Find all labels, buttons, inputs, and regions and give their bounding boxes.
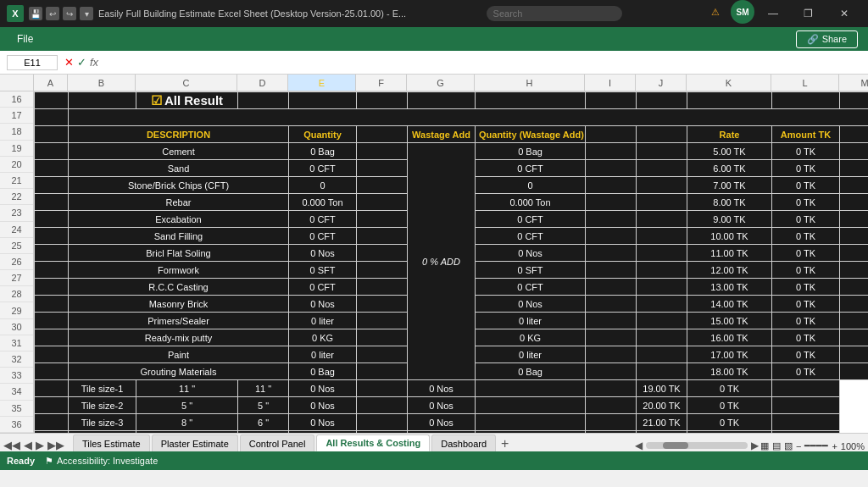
cell-29-m[interactable] xyxy=(840,313,869,329)
cell-33-j[interactable] xyxy=(586,380,637,397)
cell-19-a[interactable] xyxy=(35,143,69,160)
cell-28-a[interactable] xyxy=(35,296,69,313)
cell-16-b[interactable] xyxy=(69,92,136,109)
tab-tiles-estimate[interactable]: Tiles Estimate xyxy=(73,434,150,451)
cell-16-d[interactable] xyxy=(238,92,289,109)
cell-21-i[interactable] xyxy=(586,177,637,194)
desc-tile4[interactable]: Tile size-4 xyxy=(69,431,136,434)
tile2-size1[interactable]: 5 " xyxy=(136,397,238,414)
row-num-27[interactable]: 27 xyxy=(0,270,33,286)
qty-rebar[interactable]: 0.000 Ton xyxy=(289,194,357,211)
qty-w-tile4[interactable]: 0 Nos xyxy=(408,431,476,434)
cell-16-e[interactable] xyxy=(289,92,357,109)
cell-34-m[interactable] xyxy=(772,397,840,414)
cell-19-m[interactable] xyxy=(840,143,869,160)
qty-tile1[interactable]: 0 Nos xyxy=(289,380,357,397)
tile3-size1[interactable]: 8 " xyxy=(136,414,238,431)
cell-30-a[interactable] xyxy=(35,329,69,346)
desc-masonry-brick[interactable]: Masonry Brick xyxy=(69,296,289,313)
cell-reference-input[interactable] xyxy=(7,55,58,70)
cell-17-a[interactable] xyxy=(35,109,69,126)
cell-28-f[interactable] xyxy=(357,296,408,313)
confirm-formula-icon[interactable]: ✓ xyxy=(77,56,86,69)
cell-35-i[interactable] xyxy=(476,414,586,431)
qty-formwork[interactable]: 0 SFT xyxy=(289,262,357,279)
amount-rcc-casting[interactable]: 0 TK xyxy=(772,279,840,296)
rate-grouting[interactable]: 18.00 TK xyxy=(687,363,772,380)
cell-22-j[interactable] xyxy=(637,194,687,211)
cell-33-i[interactable] xyxy=(476,380,586,397)
cell-29-a[interactable] xyxy=(35,313,69,329)
qty-tile2[interactable]: 0 Nos xyxy=(289,397,357,414)
scroll-right-icon[interactable]: ▶ xyxy=(751,440,759,451)
cell-34-a[interactable] xyxy=(35,397,69,414)
cell-26-i[interactable] xyxy=(586,262,637,279)
cell-27-f[interactable] xyxy=(357,279,408,296)
qty-w-masonry-brick[interactable]: 0 Nos xyxy=(476,296,586,313)
cell-35-f[interactable] xyxy=(357,414,408,431)
cell-23-f[interactable] xyxy=(357,211,408,228)
minimize-button[interactable]: — xyxy=(756,0,790,27)
qty-w-rebar[interactable]: 0.000 Ton xyxy=(476,194,586,211)
scrollbar-thumb[interactable] xyxy=(663,442,688,449)
amount-sand[interactable]: 0 TK xyxy=(772,160,840,177)
tab-back-icon[interactable]: ◀ xyxy=(24,439,32,451)
cell-16-f[interactable] xyxy=(357,92,408,109)
rate-ready-mix[interactable]: 16.00 TK xyxy=(687,329,772,346)
qty-w-rcc-casting[interactable]: 0 CFT xyxy=(476,279,586,296)
cell-17-rest[interactable] xyxy=(69,109,869,126)
col-header-e[interactable]: E xyxy=(288,75,356,91)
cell-21-j[interactable] xyxy=(637,177,687,194)
col-header-quantity[interactable]: Quantity xyxy=(289,126,357,143)
cell-16-m[interactable] xyxy=(840,92,869,109)
view-normal-icon[interactable]: ▦ xyxy=(760,440,769,451)
rate-tile1[interactable]: 19.00 TK xyxy=(637,380,687,397)
col-header-m[interactable]: M xyxy=(839,75,868,91)
cell-23-j[interactable] xyxy=(637,211,687,228)
cell-25-a[interactable] xyxy=(35,245,69,262)
amount-bricl-flat[interactable]: 0 TK xyxy=(772,245,840,262)
tab-dashboard[interactable]: Dashboard xyxy=(431,434,496,451)
qty-sand[interactable]: 0 CFT xyxy=(289,160,357,177)
row-num-19[interactable]: 19 xyxy=(0,141,33,157)
cell-36-f[interactable] xyxy=(357,431,408,434)
row-num-24[interactable]: 24 xyxy=(0,222,33,238)
cell-27-j[interactable] xyxy=(637,279,687,296)
cell-25-i[interactable] xyxy=(586,245,637,262)
rate-rebar[interactable]: 8.00 TK xyxy=(687,194,772,211)
row-num-25[interactable]: 25 xyxy=(0,238,33,254)
qty-w-tile3[interactable]: 0 Nos xyxy=(408,414,476,431)
cell-23-i[interactable] xyxy=(586,211,637,228)
desc-bricl-flat[interactable]: Bricl Flat Soling xyxy=(69,245,289,262)
row-num-28[interactable]: 28 xyxy=(0,286,33,302)
cell-16-a[interactable] xyxy=(35,92,69,109)
qty-w-sand[interactable]: 0 CFT xyxy=(476,160,586,177)
desc-sand-filling[interactable]: Sand Filling xyxy=(69,228,289,245)
cell-29-i[interactable] xyxy=(586,313,637,329)
cell-20-i[interactable] xyxy=(586,160,637,177)
col-header-wastage[interactable]: Wastage Add xyxy=(408,126,476,143)
qty-masonry-brick[interactable]: 0 Nos xyxy=(289,296,357,313)
col-header-i[interactable]: I xyxy=(585,75,636,91)
qty-w-tile2[interactable]: 0 Nos xyxy=(408,397,476,414)
tile1-size2[interactable]: 11 " xyxy=(238,380,289,397)
cell-27-i[interactable] xyxy=(586,279,637,296)
amount-masonry-brick[interactable]: 0 TK xyxy=(772,296,840,313)
desc-rcc-casting[interactable]: R.C.C Casting xyxy=(69,279,289,296)
cell-32-j[interactable] xyxy=(637,363,687,380)
rate-bricl-flat[interactable]: 11.00 TK xyxy=(687,245,772,262)
amount-cement[interactable]: 0 TK xyxy=(772,143,840,160)
qty-tile3[interactable]: 0 Nos xyxy=(289,414,357,431)
cell-22-i[interactable] xyxy=(586,194,637,211)
tile2-size2[interactable]: 5 " xyxy=(238,397,289,414)
row-num-17[interactable]: 17 xyxy=(0,108,33,124)
scroll-left-icon[interactable]: ◀ xyxy=(635,440,643,451)
col-header-g[interactable]: G xyxy=(407,75,475,91)
save-icon[interactable]: 💾 xyxy=(29,7,42,20)
col-header-a[interactable]: A xyxy=(34,75,68,91)
desc-grouting[interactable]: Grouting Materials xyxy=(69,363,289,380)
cell-28-i[interactable] xyxy=(586,296,637,313)
amount-tile1[interactable]: 0 TK xyxy=(687,380,772,397)
col-header-f[interactable]: F xyxy=(356,75,407,91)
cell-18-i[interactable] xyxy=(586,126,637,143)
